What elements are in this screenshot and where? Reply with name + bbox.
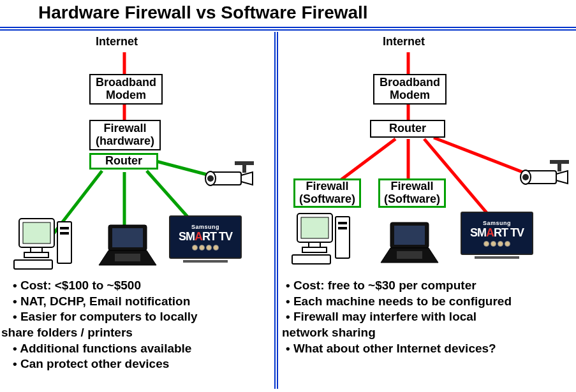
svg-rect-34 <box>301 217 329 238</box>
svg-rect-42 <box>394 226 425 245</box>
modem-line1: Broadband <box>380 76 440 89</box>
svg-rect-20 <box>112 228 143 247</box>
svg-rect-13 <box>31 247 42 252</box>
smarttv-brand: Samsung <box>483 220 511 226</box>
svg-point-10 <box>207 175 214 182</box>
fw2-line2: (Software) <box>384 193 440 206</box>
broadband-modem-box: Broadband Modem <box>89 74 163 105</box>
svg-rect-7 <box>242 165 246 173</box>
software-bullets: • Cost: free to ~$30 per computer • Each… <box>286 278 569 356</box>
software-diagram: Internet Broadband Modem Router Firewall… <box>281 31 574 273</box>
vertical-divider <box>274 32 278 389</box>
svg-rect-21 <box>115 254 140 261</box>
svg-rect-28 <box>550 160 569 164</box>
svg-point-32 <box>522 174 529 180</box>
svg-rect-36 <box>302 247 327 252</box>
title-bar: Hardware Firewall vs Software Firewall <box>0 0 576 31</box>
bullet-item: • Firewall may interfere with local <box>286 309 569 325</box>
main-area: Internet Broadband Modem Firewall (hardw… <box>0 31 576 392</box>
bullet-continuation: share folders / printers <box>1 325 269 341</box>
router-text: Router <box>389 122 426 134</box>
software-firewall-1-box: Firewall (Software) <box>293 178 361 208</box>
svg-rect-17 <box>60 232 69 235</box>
svg-rect-14 <box>24 252 48 258</box>
fw-line1: Firewall <box>96 122 154 135</box>
internet-label: Internet <box>96 36 138 48</box>
internet-label: Internet <box>383 36 425 48</box>
router-text: Router <box>105 154 142 167</box>
svg-rect-43 <box>397 251 422 259</box>
bullet-item: • Easier for computers to locally <box>13 309 269 325</box>
smart-tv-icon: Samsung SMART TV <box>461 212 533 259</box>
svg-rect-40 <box>292 255 330 264</box>
modem-line1: Broadband <box>96 76 156 89</box>
bullet-item: • Cost: <$100 to ~$500 <box>13 278 269 294</box>
svg-rect-39 <box>338 227 347 229</box>
svg-rect-16 <box>60 227 69 229</box>
software-firewall-panel: Internet Broadband Modem Router Firewall… <box>281 31 574 392</box>
laptop-icon <box>96 222 159 275</box>
desktop-computer-icon <box>13 215 77 275</box>
internet-text: Internet <box>96 35 138 48</box>
router-box: Router <box>89 153 158 170</box>
fw1-line2: (Software) <box>299 193 355 206</box>
software-firewall-2-box: Firewall (Software) <box>378 178 446 208</box>
broadband-modem-box: Broadband Modem <box>373 74 447 105</box>
page-title: Hardware Firewall vs Software Firewall <box>0 0 576 23</box>
svg-rect-18 <box>14 260 52 269</box>
bullet-item: • What about other Internet devices? <box>286 341 569 357</box>
smarttv-text: SMART TV <box>470 226 524 240</box>
bullet-item: • Cost: free to ~$30 per computer <box>286 278 569 294</box>
router-box: Router <box>370 120 445 138</box>
smarttv-brand: Samsung <box>191 224 219 230</box>
bullet-item: • Additional functions available <box>13 341 269 357</box>
laptop-icon <box>378 219 441 273</box>
hardware-firewall-panel: Internet Broadband Modem Firewall (hardw… <box>0 31 274 392</box>
hardware-diagram: Internet Broadband Modem Firewall (hardw… <box>0 31 274 273</box>
desktop-computer-icon <box>291 210 355 270</box>
hardware-firewall-box: Firewall (hardware) <box>89 120 161 150</box>
svg-rect-29 <box>558 164 561 171</box>
security-camera-icon <box>203 158 260 196</box>
security-camera-icon <box>518 157 575 194</box>
bullet-item: • NAT, DCHP, Email notification <box>13 294 269 310</box>
svg-rect-35 <box>309 242 320 247</box>
internet-text: Internet <box>383 35 425 48</box>
fw-line2: (hardware) <box>96 135 154 148</box>
bullet-item: • Each machine needs to be configured <box>286 294 569 310</box>
smart-tv-icon: Samsung SMART TV <box>169 215 242 263</box>
modem-line2: Modem <box>380 89 440 102</box>
fw1-line1: Firewall <box>299 180 355 193</box>
svg-rect-12 <box>23 222 50 243</box>
bullet-item: • Can protect other devices <box>13 356 269 372</box>
fw2-line1: Firewall <box>384 180 440 193</box>
hardware-bullets: • Cost: <$100 to ~$500 • NAT, DCHP, Emai… <box>13 278 269 372</box>
svg-rect-38 <box>338 222 347 224</box>
modem-line2: Modem <box>96 89 156 102</box>
bullet-continuation: network sharing <box>282 325 569 341</box>
svg-rect-6 <box>235 161 254 165</box>
smarttv-text: SMART TV <box>179 230 232 243</box>
